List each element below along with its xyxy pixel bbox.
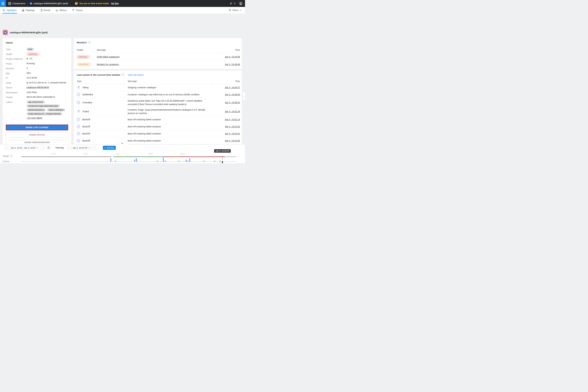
event-time-link[interactable]: Apr 5, 15:52:14 [225, 118, 240, 121]
running-icon [77, 86, 80, 89]
event-bar [110, 158, 111, 162]
about-panel: About Type pod Health CRITICAL Ready con… [3, 38, 71, 155]
help-icon[interactable]: ? [122, 74, 124, 76]
about-row-node: Node ip-10-0-21-204.eu-w...1.compute.int… [6, 81, 68, 86]
tab-metrics[interactable]: Metrics [56, 7, 67, 14]
show-last-change-button[interactable]: SHOW LAST CHANGE [6, 124, 68, 130]
event-time-link[interactable]: Apr 5, 15:56:04 [225, 101, 240, 104]
breadcrumb-separator: / [27, 2, 28, 5]
event-bar [157, 161, 158, 162]
monitor-link[interactable]: OOM Killed (catalogue) [97, 56, 120, 58]
tab-traces[interactable]: Traces [72, 7, 83, 14]
axis-tick-label: 15:13 [51, 153, 56, 155]
tab-topology[interactable]: Topology [22, 7, 35, 14]
table-row: PulledContainer image "quay.io/stackstat… [77, 107, 240, 116]
view-tabs: Highlights Topology Events Metrics [0, 7, 245, 14]
tab-highlights[interactable]: Highlights [3, 7, 17, 14]
type-chip: pod [26, 48, 34, 51]
alert-icon: ! [77, 132, 80, 135]
time-travel-warning: ! You are in time travel mode. Go live [75, 2, 119, 5]
alert-icon: ! [77, 139, 80, 142]
event-bar [204, 161, 204, 162]
about-row-labels: Labels api_service:true component-type:k… [6, 100, 68, 119]
table-row: CRITICAL OOM Killed (catalogue) Apr 5, 1… [77, 53, 240, 60]
view-all-events-link[interactable]: View all events [128, 74, 144, 76]
alert-icon: ! [77, 125, 80, 128]
entity-header: catalogue-69b58cb649-gjl5v (pod) [3, 30, 48, 35]
pod-icon [4, 31, 7, 34]
chevron-down-icon [240, 10, 242, 11]
event-bar [165, 161, 166, 162]
breadcrumb[interactable]: Components [12, 2, 25, 5]
event-time-link[interactable]: Apr 5, 15:52:28 [225, 110, 240, 113]
about-row-owner: Owner catalogue-69b58cb649 [6, 86, 68, 91]
event-bar [178, 161, 179, 162]
user-avatar[interactable] [239, 2, 242, 5]
time-marker-handle[interactable] [222, 161, 223, 163]
about-row-ip: IP 10.0.30.95 [6, 76, 68, 81]
help-icon[interactable]: ? [88, 41, 90, 44]
event-time-link[interactable]: Apr 5, 15:52:02 [225, 125, 240, 128]
table-row: !UnhealthyReadiness probe failed: Get "h… [77, 98, 240, 107]
monitor-time-link[interactable]: Apr 5, 15:46:06 [225, 63, 240, 66]
pod-type-badge [3, 30, 8, 35]
monitors-panel: Monitors ? Health Message Time CRITICAL … [74, 38, 242, 69]
event-bar [163, 158, 164, 162]
show-status-button[interactable]: SHOW STATUS [6, 132, 68, 138]
table-row: !OOMKilledContainer 'catalogue' was kill… [77, 91, 240, 98]
expand-timeline-button[interactable] [117, 142, 127, 144]
tab-events[interactable]: Events [40, 7, 51, 14]
event-time-link[interactable]: Apr 5, 15:52:00 [225, 140, 240, 142]
help-icon[interactable]: ? [10, 155, 13, 157]
event-time-link[interactable]: Apr 5, 15:52:01 [225, 132, 240, 135]
about-row-ready: Ready containers 1/1 [6, 57, 68, 62]
label-chip: api_service:true [26, 100, 45, 104]
monitor-link[interactable]: Restarts for containers [97, 63, 119, 66]
more-labels-link[interactable]: +15 more labels [26, 117, 42, 119]
event-bar [136, 158, 137, 162]
events-row-label: Events [3, 160, 10, 163]
axis-tick-label: 15:49 [180, 153, 185, 155]
event-time-link[interactable]: Apr 5, 16:00:37 [225, 86, 240, 89]
about-heading: About [6, 41, 68, 44]
label-chip: name:catalogue [47, 108, 65, 111]
axis-tick-label: 15:40 [148, 153, 153, 155]
events-heading: Last events in the current time window [77, 74, 120, 76]
breadcrumb-entity[interactable]: catalogue-69b58cb649-gjl5v (pod) [30, 2, 68, 5]
about-row-cluster: Cluster demo-dev.demo.stackstate.io [6, 96, 68, 100]
menu-icon[interactable] [0, 0, 6, 7]
table-row: !BackOffBack-off restarting failed conta… [77, 130, 240, 137]
events-table-header: Type Message Time [77, 78, 240, 84]
monitor-time-link[interactable]: Apr 5, 15:45:06 [225, 56, 240, 58]
event-time-link[interactable]: Apr 5, 15:59:00 [225, 93, 240, 96]
collapse-panel-handle[interactable]: ‹ [243, 92, 245, 100]
event-bar [115, 161, 116, 162]
label-chip: component-type:kubernetes-pod [26, 104, 60, 108]
funnel-icon [229, 9, 231, 12]
table-row: !BackOffBack-off restarting failed conta… [77, 123, 240, 130]
alert-icon: ! [77, 93, 80, 96]
health-segment-critical [164, 156, 225, 157]
go-live-link[interactable]: Go live [111, 2, 119, 5]
pin-icon[interactable] [230, 2, 232, 5]
pod-icon [30, 2, 32, 5]
health-segment-healthy [113, 156, 164, 157]
monitors-heading: Monitors [77, 41, 87, 44]
pin-count: 0 [234, 2, 235, 5]
label-chip: node-name:ip-10-...ompute.internal [26, 112, 62, 115]
health-critical-badge: CRITICAL [26, 53, 40, 56]
axis-tick-label: 15:31 [116, 153, 120, 155]
filters-button[interactable]: Filters [229, 7, 245, 14]
health-row-label: Health ? [3, 155, 13, 157]
owner-link[interactable]: catalogue-69b58cb649 [26, 86, 49, 88]
about-row-namespace: Namespace sock-shop [6, 91, 68, 96]
timeline-chart[interactable]: Health ? Events 15:1315:2215:3115:4015:4… [0, 144, 245, 163]
components-grid-icon [8, 2, 11, 5]
event-bar [214, 161, 215, 162]
timeline-bar: ‹ Apr 5, 15:04 - Apr 5, 16:04 › Topology… [0, 144, 245, 163]
page-title: catalogue-69b58cb649-gjl5v (pod) [10, 31, 48, 34]
time-marker-tooltip: Apr 5, 16:00:09 [214, 149, 230, 153]
event-bar [189, 158, 190, 162]
ready-status-dot [26, 58, 28, 59]
about-row-phase: Phase Running [6, 62, 68, 67]
